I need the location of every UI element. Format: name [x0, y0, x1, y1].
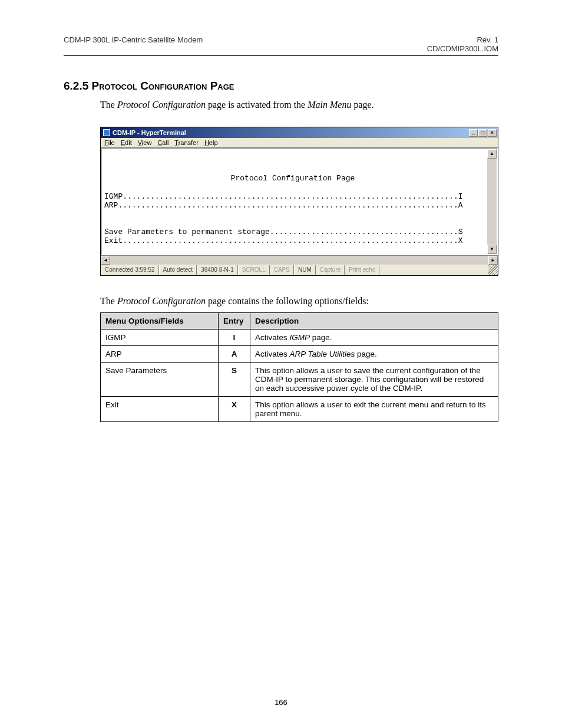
cell-menu: ARP: [101, 345, 219, 362]
menu-help[interactable]: Help: [204, 139, 218, 146]
status-num: NUM: [294, 265, 316, 275]
app-icon: [103, 129, 110, 136]
scroll-left-icon[interactable]: ◄: [101, 256, 110, 265]
header-docid: CD/CDMIP300L.IOM: [427, 44, 498, 53]
table-row: ARP A Activates ARP Table Utilities page…: [101, 345, 498, 362]
section-heading: 6.2.5 Protocol Configuration Page: [64, 80, 498, 93]
intro-paragraph: The Protocol Configuration page is activ…: [100, 100, 498, 110]
options-table: Menu Options/Fields Entry Description IG…: [100, 312, 498, 422]
status-connected: Connected 3:59:52: [101, 265, 159, 275]
intro-text: The: [100, 100, 117, 110]
para2-suffix: page contains the following options/fiel…: [206, 296, 369, 306]
status-caps: CAPS: [270, 265, 294, 275]
status-scroll: SCROLL: [238, 265, 270, 275]
menubar: File Edit View Call Transfer Help: [101, 138, 498, 148]
page-number: 166: [0, 698, 562, 707]
terminal-screen-title: Protocol Configuration Page: [104, 174, 481, 183]
scroll-down-icon[interactable]: ▼: [487, 245, 497, 254]
section-title: Protocol Configuration Page: [92, 80, 234, 92]
table-header-row: Menu Options/Fields Entry Description: [101, 312, 498, 329]
page-header: CDM-IP 300L IP-Centric Satellite Modem R…: [64, 35, 498, 53]
terminal-content[interactable]: Protocol Configuration PageIGMP.........…: [102, 149, 487, 254]
menu-call[interactable]: Call: [157, 139, 168, 146]
header-rev: Rev. 1: [427, 35, 498, 44]
window-title: CDM-IP - HyperTerminal: [113, 129, 186, 136]
col-description: Description: [250, 312, 498, 329]
cell-menu: Exit: [101, 396, 219, 421]
maximize-button[interactable]: □: [478, 129, 487, 137]
table-row: IGMP I Activates IGMP page.: [101, 329, 498, 345]
terminal-line-exit: Exit....................................…: [104, 236, 463, 245]
cell-menu: Save Parameters: [101, 362, 219, 396]
intro-mid: page is activated from the: [206, 100, 308, 110]
minimize-button[interactable]: _: [469, 129, 478, 137]
status-detect: Auto detect: [159, 265, 197, 275]
vertical-scrollbar[interactable]: ▲ ▼: [487, 149, 497, 254]
cell-entry: I: [219, 329, 250, 345]
col-menu: Menu Options/Fields: [101, 312, 219, 329]
close-button[interactable]: ×: [488, 129, 497, 137]
cell-menu: IGMP: [101, 329, 219, 345]
status-printecho: Print echo: [345, 265, 379, 275]
horizontal-scrollbar[interactable]: ◄ ►: [101, 255, 498, 265]
col-entry: Entry: [219, 312, 250, 329]
terminal-line-arp: ARP.....................................…: [104, 201, 463, 210]
terminal-line-save: Save Parameters to permanent storage....…: [104, 228, 463, 236]
intro-em2: Main Menu: [308, 100, 351, 110]
resize-grip-icon[interactable]: [488, 265, 498, 275]
options-intro: The Protocol Configuration page contains…: [100, 296, 498, 307]
cell-desc: This option allows a user to exit the cu…: [250, 396, 498, 421]
cell-entry: A: [219, 345, 250, 362]
para2-em: Protocol Configuration: [117, 296, 206, 306]
intro-suffix: page.: [351, 100, 373, 110]
table-row: Save Parameters S This option allows a u…: [101, 362, 498, 396]
para2-prefix: The: [100, 296, 117, 306]
cell-entry: S: [219, 362, 250, 396]
menu-view[interactable]: View: [138, 139, 152, 146]
header-rule: [64, 55, 498, 56]
statusbar: Connected 3:59:52 Auto detect 38400 8-N-…: [101, 265, 498, 275]
menu-edit[interactable]: Edit: [121, 139, 132, 146]
status-baud: 38400 8-N-1: [197, 265, 238, 275]
cell-desc: Activates IGMP page.: [250, 329, 498, 345]
section-number: 6.2.5: [64, 80, 88, 92]
intro-em1: Protocol Configuration: [117, 100, 206, 110]
menu-file[interactable]: File: [104, 139, 115, 146]
window-titlebar[interactable]: CDM-IP - HyperTerminal _ □ ×: [101, 127, 498, 138]
header-right: Rev. 1 CD/CDMIP300L.IOM: [427, 35, 498, 53]
header-left: CDM-IP 300L IP-Centric Satellite Modem: [64, 35, 203, 53]
terminal-line-igmp: IGMP....................................…: [104, 192, 463, 201]
hyperterminal-window: CDM-IP - HyperTerminal _ □ × File Edit V…: [100, 127, 498, 276]
cell-desc: Activates ARP Table Utilities page.: [250, 345, 498, 362]
table-row: Exit X This option allows a user to exit…: [101, 396, 498, 421]
status-capture: Capture: [316, 265, 345, 275]
scroll-right-icon[interactable]: ►: [488, 256, 498, 265]
menu-transfer[interactable]: Transfer: [174, 139, 199, 146]
cell-entry: X: [219, 396, 250, 421]
scroll-up-icon[interactable]: ▲: [487, 149, 497, 159]
cell-desc: This option allows a user to save the cu…: [250, 362, 498, 396]
